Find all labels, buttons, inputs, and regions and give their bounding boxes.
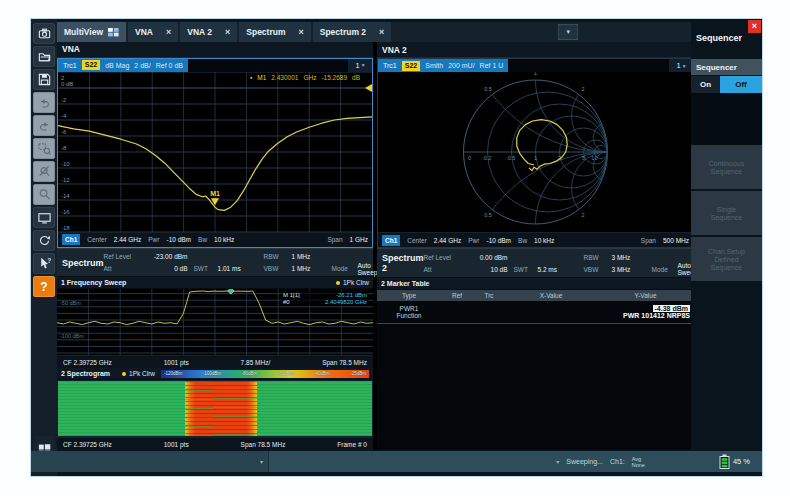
redo-icon[interactable] (33, 115, 55, 136)
camera-icon[interactable] (33, 23, 55, 44)
svg-text:-18: -18 (61, 225, 70, 231)
sidebar-spacer (691, 93, 762, 145)
tab-vna[interactable]: VNA× (128, 22, 178, 42)
sequencer-off-button[interactable]: Off (720, 76, 762, 93)
spectrogram-colorbar: -120dBm-100dBm-80dBm-60dBm-40dBm-25dBm (161, 370, 369, 378)
marker-table-titlebar: 2 Marker Table (377, 278, 694, 290)
multiview-grid-icon (108, 28, 119, 37)
smith-chart[interactable]: 00.20.5125100.5120.52 (378, 72, 693, 232)
svg-text:5: 5 (582, 155, 585, 161)
window-number-select[interactable]: 1▾ (669, 59, 693, 72)
svg-text:-4: -4 (61, 113, 67, 119)
vna2-panel: Trc1 S22 Smith 200 mU/ Ref 1 U 1▾ 00.20.… (377, 58, 694, 248)
multiview-grid: VNA Trc1 S22 dB Mag 2 dB/ Ref 0 dB 1▾ 20… (57, 42, 694, 450)
channel-tabbar: MultiView VNA× VNA 2× Spectrum× Spectrum… (57, 22, 691, 42)
spectrum-chart[interactable]: -50 dBm-100 dBm M 1[1]-26.21 dBm #02.404… (57, 289, 373, 355)
save-icon[interactable] (33, 69, 55, 90)
close-icon[interactable]: × (748, 20, 761, 33)
trace-format: dB Mag (105, 62, 129, 69)
spectrum2-empty-area (377, 324, 694, 450)
svg-text:0.5: 0.5 (508, 155, 516, 161)
single-sequence-button[interactable]: SingleSequence (691, 191, 762, 235)
vna-panel: Trc1 S22 dB Mag 2 dB/ Ref 0 dB 1▾ 20 dB-… (57, 58, 373, 248)
channel-badge[interactable]: Ch1 (62, 234, 80, 245)
legend-dot-icon (122, 372, 126, 376)
marker-readout: ▪ M1 2.430001 GHz -15.2689 dB (250, 74, 360, 81)
spectrum2-header: Spectrum 2 Ref Level0.00 dBm RBW3 MHz At… (377, 248, 694, 278)
preset-icon[interactable] (33, 230, 55, 251)
sequencer-on-button[interactable]: On (691, 76, 720, 93)
tab-multiview[interactable]: MultiView (57, 22, 126, 42)
status-bar: ▾ ▾ Sweeping... Ch1: AvgNone 45 % (31, 451, 762, 472)
status-dropdown[interactable]: ▾ (31, 451, 269, 472)
svg-text:1: 1 (534, 72, 537, 76)
sequencer-sidebar: × Sequencer Sequencer On Off ContinuousS… (691, 19, 762, 450)
s-parameter-badge: S22 (82, 60, 100, 70)
zoom-off-icon[interactable] (33, 161, 55, 182)
close-icon[interactable]: × (379, 27, 384, 37)
tab-spectrum[interactable]: Spectrum× (239, 22, 310, 42)
svg-text:0: 0 (468, 155, 471, 161)
battery-indicator: 45 % (719, 454, 750, 469)
tab-label: MultiView (64, 27, 103, 37)
table-row[interactable]: PWR1Function -4.38 dBmPWR 101412 NRP8S (377, 301, 694, 324)
vna-panel-title: VNA (57, 42, 373, 58)
spectrum-header: Spectrum Ref Level-23.00 dBm RBW1 MHz At… (57, 248, 373, 278)
vna-magnitude-chart[interactable]: 20 dB-2-4-6-8-10-12-14-16-18M1 ▪ M1 2.43… (58, 72, 372, 232)
close-icon[interactable]: × (298, 27, 303, 37)
vna-trace-bar: Trc1 S22 dB Mag 2 dB/ Ref 0 dB 1▾ (58, 59, 372, 72)
pointer-help-icon[interactable]: ? (33, 253, 55, 274)
legend-dot-icon (336, 281, 340, 285)
trace-name: Trc1 (383, 62, 397, 69)
tab-label: VNA (135, 27, 153, 37)
display-window-icon[interactable] (33, 207, 55, 228)
vna2-panel-title: VNA 2 (377, 42, 694, 58)
channel-badge[interactable]: Ch1 (382, 235, 400, 246)
desktop-background: ? ? MultiView VNA× VNA 2× Spectrum× Spec… (0, 0, 790, 496)
spectrum2-title[interactable]: Spectrum 2 (377, 253, 424, 273)
undo-icon[interactable] (33, 92, 55, 113)
svg-text:M1: M1 (210, 190, 220, 197)
magnifier-icon[interactable] (33, 184, 55, 205)
tab-label: VNA 2 (187, 27, 212, 37)
svg-text:-10: -10 (61, 161, 70, 167)
chan-setup-defined-sequence-button[interactable]: Chan.SetupDefinedSequence (691, 237, 762, 281)
help-icon[interactable]: ? (33, 276, 55, 297)
trace-name: Trc1 (63, 62, 77, 69)
svg-text:1: 1 (534, 155, 537, 161)
spectrum-title[interactable]: Spectrum (57, 258, 104, 268)
svg-text:2: 2 (581, 86, 584, 92)
tab-vna2[interactable]: VNA 2× (180, 22, 237, 42)
tab-spectrum2[interactable]: Spectrum 2× (313, 22, 392, 42)
trace-ref: Ref 1 U (480, 62, 504, 69)
analyzer-window: ? ? MultiView VNA× VNA 2× Spectrum× Spec… (30, 18, 763, 477)
sweep-status: Sweeping... (566, 458, 603, 465)
svg-text:-100 dBm: -100 dBm (60, 333, 84, 339)
window-number-select[interactable]: 1▾ (348, 59, 372, 72)
chevron-down-icon[interactable]: ▾ (556, 458, 559, 465)
spectrum-footer: CF 2.39725 GHz 1001 pts 7.85 MHz/ Span 7… (57, 355, 373, 368)
trace-legend: 1Pk Clrw (122, 370, 155, 377)
tab-overflow-button[interactable]: ▾ (558, 24, 578, 40)
chevron-down-icon: ▾ (362, 62, 365, 68)
vna2-trace-bar: Trc1 S22 Smith 200 mU/ Ref 1 U 1▾ (378, 59, 693, 72)
trace-scale: 200 mU/ (448, 62, 474, 69)
marker-table-header: Type Ref Trc X-Value Y-Value (377, 290, 694, 301)
zoom-area-icon[interactable] (33, 138, 55, 159)
trace-legend: 1Pk Clrw (336, 279, 369, 286)
spectrogram-titlebar: 2 Spectrogram 1Pk Clrw -120dBm-100dBm-80… (57, 368, 373, 380)
svg-text:-16: -16 (61, 209, 70, 215)
spectrogram-heatmap[interactable] (57, 380, 373, 437)
open-file-icon[interactable] (33, 46, 55, 67)
svg-text:2: 2 (581, 212, 584, 218)
marker-bullet-icon: ▪ (250, 74, 252, 81)
close-icon[interactable]: × (225, 27, 230, 37)
trace-format: Smith (425, 62, 443, 69)
vna-footer: Ch1 Center2.44 GHz Pwr-10 dBm Bw10 kHz S… (58, 232, 372, 247)
continuous-sequence-button[interactable]: ContinuousSequence (691, 145, 762, 189)
svg-text:?: ? (47, 257, 51, 264)
sequencer-label: Sequencer (691, 59, 762, 75)
channel-status: Ch1: (610, 458, 625, 465)
close-icon[interactable]: × (166, 27, 171, 37)
trace-ref: Ref 0 dB (156, 62, 183, 69)
